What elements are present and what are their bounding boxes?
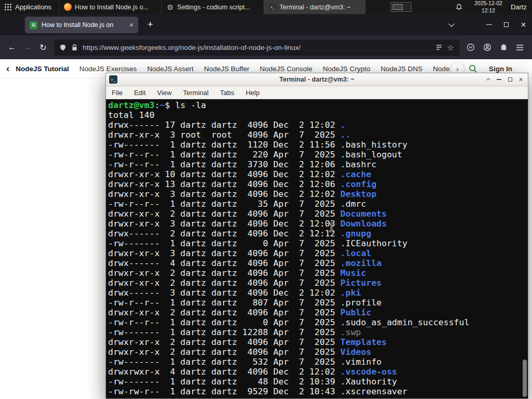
menu-icon[interactable] [516,44,524,51]
url-bar[interactable]: https://www.geeksforgeeks.org/node-js/in… [54,39,459,56]
extensions-icon[interactable] [500,44,508,51]
window-close-button[interactable]: × [515,14,532,35]
terminal-line: -rw------- 1 dartz dartz 1120 Dec 2 11:5… [108,140,528,150]
back-button[interactable]: ← [4,43,20,52]
taskbar-button-label: Settings - codium script... [177,4,259,11]
terminal-titlebar[interactable]: >_ Terminal - dartz@vm3: ~ × [106,73,528,86]
terminal-line: total 140 [108,110,528,120]
browser-tab[interactable]: G How to Install Node.js on × [25,17,138,33]
minimize-icon [497,79,501,80]
chevron-right-icon: › [456,64,459,73]
terminal-line: drwxr-xr-x 3 root root 4096 Apr 7 2025 .… [108,130,528,140]
account-icon[interactable] [483,43,491,51]
terminal-menu-edit[interactable]: Edit [128,89,151,97]
terminal-window-icon: >_ [269,3,276,11]
terminal-line: -rw-rw-r-- 1 dartz dartz 9529 Dec 2 10:4… [108,387,528,396]
terminal-line: drwxr-xr-x 3 dartz dartz 4096 Dec 2 12:0… [108,189,528,199]
lock-icon[interactable] [71,44,78,51]
window-maximize-button[interactable] [498,14,515,35]
site-nav-items: NodeJS TutorialNodeJS ExercisesNodeJS As… [16,65,451,73]
nav-scroll-left-icon[interactable]: ‹ [6,63,9,74]
terminal-window-controls: × [483,73,528,86]
terminal-line: drwx------ 2 dartz dartz 4096 Dec 2 12:1… [108,229,528,238]
maximize-icon [504,22,509,27]
terminal-menu-file[interactable]: File [106,89,128,97]
terminal-line: drwxrwxr-x 4 dartz dartz 4096 Dec 2 12:0… [108,367,528,377]
terminal-line: drwxr-xr-x 2 dartz dartz 4096 Apr 7 2025… [108,347,528,357]
firefox-window-icon [64,3,72,11]
terminal-line: drwxr-xr-x 13 dartz dartz 4096 Dec 2 12:… [108,179,528,189]
tab-close-icon[interactable]: × [129,21,134,29]
terminal-line: drwxr-xr-x 3 dartz dartz 4096 Dec 2 12:0… [108,219,528,229]
user-menu[interactable]: Dartz [511,3,527,11]
maximize-icon [508,77,512,82]
terminal-line: drwx------ 3 dartz dartz 4096 Dec 2 12:0… [108,288,528,298]
chevron-up-icon [486,78,490,82]
workspace-switcher[interactable] [391,2,411,12]
taskbar-button-label: How to Install Node.js o... [75,4,156,11]
gfg-nav-item[interactable]: NodeJS Exercises [79,65,137,73]
window-controls: × [443,14,532,35]
terminal-line: drwxr-xr-x 10 dartz dartz 4096 Dec 2 12:… [108,169,528,179]
gfg-nav-item[interactable]: NodeJS Assert [147,65,193,73]
browser-titlebar: G How to Install Node.js on × + × [0,14,532,35]
gfg-nav-item[interactable]: NodeJS Tutorial [16,65,69,73]
terminal-line: -rw------- 1 dartz dartz 12288 Apr 7 202… [108,327,528,337]
terminal-line: -rw------- 1 dartz dartz 532 Apr 7 2025 … [108,357,528,367]
applications-grid-icon [5,4,11,10]
terminal-menu-help[interactable]: Help [240,89,265,97]
terminal-content[interactable]: dartz@vm3:~$ ls -latotal 140drwx------ 1… [106,99,528,398]
applications-menu-button[interactable]: Applications [0,0,57,14]
terminal-line: -rw-r--r-- 1 dartz dartz 220 Apr 7 2025 … [108,150,528,159]
gfg-nav-item[interactable]: NodeJS Crypto [323,65,370,73]
taskbar-button-terminal[interactable]: >_Terminal - dartz@vm3: ~ [263,0,366,14]
terminal-prompt-line: dartz@vm3:~$ ls -la [108,100,528,110]
terminal-line: -rw------- 1 dartz dartz 48 Dec 2 10:39 … [108,377,528,387]
reload-button[interactable]: ↻ [35,43,51,52]
terminal-menu-terminal[interactable]: Terminal [177,89,214,97]
new-tab-button[interactable]: + [143,14,157,35]
taskbar-button-firefox[interactable]: How to Install Node.js o... [59,0,161,14]
sign-in-button[interactable]: Sign In [489,65,512,73]
tab-title: How to Install Node.js on [42,21,125,29]
terminal-line: -rw-r--r-- 1 dartz dartz 3730 Dec 2 12:0… [108,159,528,169]
pocket-icon[interactable] [467,43,475,51]
terminal-menubar: FileEditViewTerminalTabsHelp [106,86,528,99]
top-panel: Applications How to Install Node.js o...… [0,0,532,14]
gfg-nav-item[interactable]: NodeJS Buffer [204,65,249,73]
clock-date: 2025-12-02 [474,0,502,7]
site-favicon: G [30,21,37,29]
terminal-line: -rw-r--r-- 1 dartz dartz 0 Apr 7 2025 .s… [108,317,528,327]
terminal-line: drwxr-xr-x 2 dartz dartz 4096 Apr 7 2025… [108,308,528,317]
terminal-app-icon: >_ [109,75,117,84]
gfg-nav-item[interactable]: NodeJS Console [260,65,312,73]
terminal-scrollbar-thumb[interactable] [523,360,527,397]
terminal-shade-button[interactable] [483,73,494,86]
forward-button[interactable]: → [20,43,35,52]
reader-mode-icon[interactable] [435,44,443,51]
applications-label: Applications [15,3,51,11]
taskbar-button-settings[interactable]: ⚙Settings - codium script... [161,0,263,14]
bookmark-star-icon[interactable]: ☆ [447,44,454,51]
window-minimize-button[interactable] [481,14,498,35]
notification-bell-icon[interactable] [455,3,463,11]
shield-icon[interactable] [59,44,66,51]
taskbar-button-label: Terminal - dartz@vm3: ~ [280,4,361,11]
search-icon[interactable] [468,64,477,73]
terminal-window: >_ Terminal - dartz@vm3: ~ × FileEditVie… [105,73,528,399]
terminal-close-button[interactable]: × [515,73,526,86]
terminal-menu-view[interactable]: View [151,89,177,97]
clock[interactable]: 2025-12-02 12:12 [474,0,502,14]
list-tabs-button[interactable] [443,14,460,35]
minimize-icon [486,24,492,25]
terminal-line: -rw-r--r-- 1 dartz dartz 35 Apr 7 2025 .… [108,199,528,209]
terminal-minimize-button[interactable] [494,73,504,86]
gfg-nav-item[interactable]: NodeJS DNS [381,65,422,73]
terminal-maximize-button[interactable] [504,73,515,86]
terminal-menu-tabs[interactable]: Tabs [214,89,240,97]
settings-window-icon: ⚙ [166,3,174,11]
gfg-nav-item[interactable]: Node [433,65,449,73]
terminal-line: drwx------ 17 dartz dartz 4096 Dec 2 12:… [108,120,528,130]
browser-toolbar: ← → ↻ https://www.geeksforgeeks.org/node… [0,35,532,59]
terminal-scrollbar[interactable] [522,99,528,398]
